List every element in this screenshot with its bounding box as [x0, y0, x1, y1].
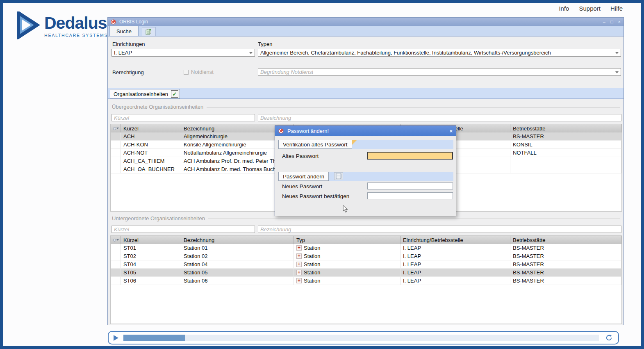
table-row[interactable]: ST01 Station 01 Station I. LEAP BS-MASTE…	[111, 244, 621, 252]
einrichtungen-select[interactable]: I. LEAP	[112, 49, 255, 57]
tab-passwort-aendern[interactable]: Passwort ändern	[278, 172, 329, 181]
lower-org-table: Kürzel Bezeichnung Typ Einrichtung/Betri…	[110, 235, 622, 324]
table-row[interactable]: ST06 Station 06 Station I. LEAP BS-MASTE…	[111, 277, 621, 285]
lower-filter-kuerzel-input[interactable]	[112, 226, 255, 233]
support-link[interactable]: Support	[579, 5, 601, 12]
altes-passwort-label: Altes Passwort	[282, 153, 319, 159]
save-button[interactable]	[334, 172, 343, 180]
change-section-band: Passwort ändern	[278, 172, 453, 181]
neues-passwort-input[interactable]	[367, 182, 453, 189]
top-nav: Info Support Hilfe	[559, 5, 623, 12]
dialog-close-button[interactable]: ×	[449, 128, 453, 134]
col-kuerzel[interactable]: Kürzel	[121, 236, 181, 244]
clipboard-icon	[146, 29, 152, 35]
chevron-down-icon	[615, 52, 619, 54]
notdienst-label: Notdienst	[191, 69, 214, 75]
mouse-cursor	[343, 205, 348, 214]
station-type-icon	[296, 253, 302, 259]
refresh-icon[interactable]	[605, 333, 613, 342]
upper-filter-bezeichnung-input[interactable]	[258, 114, 621, 121]
info-link[interactable]: Info	[559, 5, 569, 12]
lower-table-header: Kürzel Bezeichnung Typ Einrichtung/Betri…	[111, 236, 621, 244]
screen: Info Support Hilfe Dedalus HEALTHCARE SY…	[0, 0, 644, 349]
col-typ[interactable]: Typ	[294, 236, 401, 244]
col-bezeichnung[interactable]: Bezeichnung	[181, 236, 294, 244]
einrichtungen-label: Einrichtungen	[112, 41, 145, 47]
station-type-icon	[296, 270, 302, 275]
orbis-app-icon	[278, 128, 284, 134]
table-row[interactable]: ST04 Station 04 Station I. LEAP BS-MASTE…	[111, 260, 621, 269]
window-title: ORBIS Login	[119, 19, 148, 25]
notdienst-checkbox-row: Notdienst	[184, 69, 214, 75]
typen-label: Typen	[258, 41, 272, 47]
dialog-titlebar: Passwort ändern! ×	[275, 126, 456, 136]
col-kuerzel[interactable]: Kürzel	[121, 124, 181, 132]
altes-passwort-input[interactable]	[367, 152, 453, 160]
floppy-disk-icon	[336, 173, 341, 179]
neues-passwort-label: Neues Passwort	[282, 183, 322, 189]
verify-section-band: Verifikation altes Passwort	[278, 140, 453, 149]
status-progress-bar	[108, 331, 619, 344]
filter-options-icon[interactable]	[111, 124, 121, 132]
berechtigung-label: Berechtigung	[112, 69, 144, 75]
orbis-app-icon	[111, 19, 116, 25]
col-betriebsstaette[interactable]: Betriebsstätte	[510, 124, 621, 132]
close-button[interactable]: ×	[618, 19, 621, 24]
upper-filter-kuerzel-input[interactable]	[112, 114, 255, 121]
col-betriebsstaette[interactable]: Betriebsstätte	[510, 236, 621, 244]
typen-select[interactable]: Allgemeiner Bereich, Chefarztambulanz, F…	[258, 49, 621, 57]
neues-passwort-bestaetigen-label: Neues Passwort bestätigen	[282, 193, 349, 199]
maximize-button[interactable]: □	[610, 19, 613, 24]
passwort-aendern-dialog: Passwort ändern! × Verifikation altes Pa…	[275, 125, 456, 216]
progress-track	[123, 335, 599, 341]
minimize-button[interactable]: –	[603, 19, 605, 24]
note-marker-icon	[352, 140, 357, 145]
lower-section-title-row: Untergeordnete Organisationseinheiten	[112, 215, 620, 221]
dedalus-logo-icon	[14, 11, 40, 41]
upper-section-title-row: Übergeordnete Organisationseinheiten	[112, 104, 620, 110]
tab-verifikation-altes-passwort[interactable]: Verifikation altes Passwort	[278, 140, 352, 149]
play-icon[interactable]	[114, 335, 118, 341]
lower-filter-bezeichnung-input[interactable]	[258, 226, 621, 233]
table-row[interactable]: ST02 Station 02 Station I. LEAP BS-MASTE…	[111, 252, 621, 260]
organisationseinheiten-band: Organisationseinheiten ✓	[108, 88, 624, 99]
chevron-down-icon	[615, 71, 619, 73]
tab-organisationseinheiten[interactable]: Organisationseinheiten ✓	[110, 89, 180, 99]
station-type-icon	[296, 278, 302, 283]
hilfe-link[interactable]: Hilfe	[610, 5, 623, 12]
clipboard-tab-button[interactable]	[142, 27, 156, 36]
dialog-title: Passwort ändern!	[287, 128, 329, 134]
confirm-check-button[interactable]: ✓	[171, 90, 178, 98]
window-titlebar: ORBIS Login – □ ×	[108, 18, 624, 26]
progress-fill	[123, 335, 185, 341]
table-row[interactable]: ST05 Station 05 Station I. LEAP BS-MASTE…	[111, 269, 621, 277]
filter-options-icon[interactable]	[111, 236, 121, 244]
station-type-icon	[296, 245, 302, 251]
tab-suche[interactable]: Suche	[109, 26, 139, 36]
station-type-icon	[296, 262, 302, 267]
notdienst-checkbox[interactable]	[184, 70, 189, 75]
neues-passwort-bestaetigen-input[interactable]	[367, 192, 453, 199]
col-einrichtung[interactable]: Einrichtung/Betriebsstelle	[401, 236, 510, 244]
begruendung-notdienst-select[interactable]: Begründung Notdienst	[258, 68, 621, 76]
main-tabstrip: Suche	[108, 26, 624, 36]
chevron-down-icon	[249, 52, 253, 54]
